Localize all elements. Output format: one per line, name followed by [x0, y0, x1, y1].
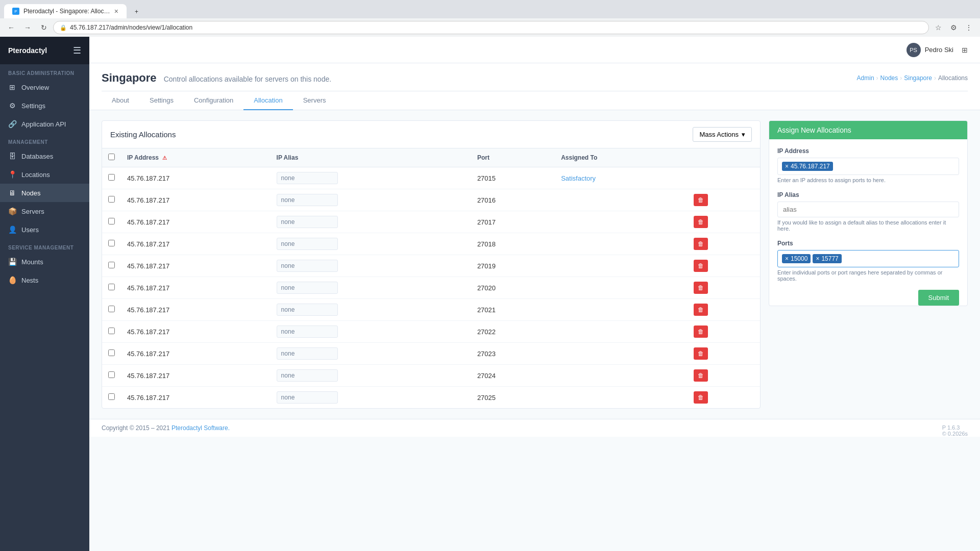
sidebar-menu-btn[interactable]: ☰: [73, 45, 81, 56]
delete-btn-7[interactable]: 🗑: [694, 325, 708, 338]
allocations-table: IP Address ⚠ IP Alias Port Assigned To: [102, 148, 760, 408]
footer-link[interactable]: Pterodactyl Software.: [172, 424, 230, 432]
row-alias-input-5[interactable]: [277, 282, 338, 294]
assign-panel-title: Assign New Allocations: [777, 126, 851, 134]
row-checkbox-cell: [102, 299, 121, 321]
sidebar-item-servers[interactable]: 📦 Servers: [0, 202, 89, 220]
port-tag-remove-15000[interactable]: ×: [785, 255, 789, 262]
port-tag-value-15000: 15000: [791, 255, 807, 262]
row-assigned: [555, 299, 688, 321]
bookmarks-btn[interactable]: ☆: [931, 20, 945, 35]
tab-title: Pterodactyl - Singapore: Allocati...: [23, 8, 110, 15]
row-checkbox-1[interactable]: [108, 196, 115, 203]
breadcrumb-admin[interactable]: Admin: [857, 74, 874, 82]
address-bar[interactable]: 🔒 45.76.187.217/admin/nodes/view/1/alloc…: [53, 21, 929, 34]
row-alias-input-1[interactable]: [277, 194, 338, 206]
delete-btn-2[interactable]: 🗑: [694, 216, 708, 228]
reload-btn[interactable]: ↻: [37, 20, 51, 35]
row-checkbox-7[interactable]: [108, 328, 115, 334]
row-alias-input-10[interactable]: [277, 391, 338, 404]
mass-actions-btn[interactable]: Mass Actions ▾: [693, 127, 752, 142]
tab-close-btn[interactable]: ×: [114, 7, 118, 15]
row-checkbox-10[interactable]: [108, 393, 115, 400]
new-tab-btn[interactable]: +: [127, 5, 146, 18]
delete-btn-3[interactable]: 🗑: [694, 238, 708, 250]
ip-address-tag-field[interactable]: × 45.76.187.217: [777, 158, 959, 175]
delete-btn-8[interactable]: 🗑: [694, 347, 708, 360]
row-delete-cell: 🗑: [688, 321, 760, 343]
row-alias-cell: [271, 189, 471, 211]
row-alias-input-7[interactable]: [277, 325, 338, 338]
row-alias-input-8[interactable]: [277, 347, 338, 360]
extensions-btn[interactable]: ⚙: [946, 20, 961, 35]
sidebar-item-label: Users: [21, 226, 39, 234]
back-btn[interactable]: ←: [4, 20, 18, 35]
sidebar-item-users[interactable]: 👤 Users: [0, 220, 89, 239]
row-ip: 45.76.187.217: [121, 387, 271, 409]
port-input[interactable]: [844, 255, 954, 263]
ports-tag-field[interactable]: × 15000 × 15777: [777, 250, 959, 267]
delete-btn-1[interactable]: 🗑: [694, 194, 708, 206]
row-checkbox-5[interactable]: [108, 284, 115, 290]
row-alias-input-6[interactable]: [277, 304, 338, 316]
row-checkbox-3[interactable]: [108, 240, 115, 246]
sidebar-item-locations[interactable]: 📍 Locations: [0, 165, 89, 184]
row-checkbox-cell: [102, 321, 121, 343]
delete-btn-10[interactable]: 🗑: [694, 391, 708, 404]
row-alias-input-4[interactable]: [277, 260, 338, 272]
row-checkbox-cell: [102, 189, 121, 211]
row-checkbox-8[interactable]: [108, 349, 115, 356]
sidebar-item-mounts[interactable]: 💾 Mounts: [0, 253, 89, 271]
tab-settings[interactable]: Settings: [139, 91, 184, 110]
sidebar-item-databases[interactable]: 🗄 Databases: [0, 147, 89, 165]
row-alias-cell: [271, 343, 471, 365]
active-tab[interactable]: P Pterodactyl - Singapore: Allocati... ×: [4, 4, 127, 18]
row-checkbox-6[interactable]: [108, 306, 115, 312]
main-content: Singapore Control allocations available …: [89, 63, 980, 551]
row-alias-input-2[interactable]: [277, 216, 338, 228]
row-assigned: [555, 233, 688, 255]
tab-about[interactable]: About: [102, 91, 139, 110]
port-tag-remove-15777[interactable]: ×: [816, 255, 819, 262]
sidebar-item-overview[interactable]: ⊞ Overview: [0, 78, 89, 96]
breadcrumb-nodes[interactable]: Nodes: [880, 74, 898, 82]
forward-btn[interactable]: →: [20, 20, 35, 35]
assigned-link-0[interactable]: Satisfactory: [561, 174, 596, 182]
row-checkbox-cell: [102, 343, 121, 365]
sidebar-item-label: Databases: [21, 153, 53, 160]
row-ip: 45.76.187.217: [121, 365, 271, 387]
row-checkbox-4[interactable]: [108, 262, 115, 268]
tab-servers[interactable]: Servers: [293, 91, 336, 110]
sidebar-item-label: Nodes: [21, 189, 41, 197]
delete-btn-9[interactable]: 🗑: [694, 369, 708, 382]
select-all-checkbox[interactable]: [108, 154, 115, 160]
sidebar-item-label: Overview: [21, 84, 49, 91]
tab-configuration[interactable]: Configuration: [184, 91, 243, 110]
breadcrumb-sep1: ›: [876, 74, 878, 82]
row-checkbox-9[interactable]: [108, 371, 115, 378]
ip-address-tag-remove[interactable]: ×: [785, 163, 789, 170]
row-alias-input-0[interactable]: [277, 172, 338, 184]
sidebar-item-nests[interactable]: 🥚 Nests: [0, 271, 89, 289]
row-alias-input-3[interactable]: [277, 238, 338, 250]
sidebar-item-label: Nests: [21, 277, 38, 284]
delete-btn-5[interactable]: 🗑: [694, 282, 708, 294]
submit-btn[interactable]: Submit: [918, 290, 959, 306]
ip-alias-input[interactable]: [777, 202, 959, 217]
page-subtitle: Control allocations available for server…: [164, 75, 331, 83]
menu-btn[interactable]: ⋮: [962, 20, 976, 35]
grid-btn[interactable]: ⊞: [958, 43, 972, 57]
delete-btn-6[interactable]: 🗑: [694, 304, 708, 316]
sidebar-item-nodes[interactable]: 🖥 Nodes: [0, 184, 89, 202]
header-assigned-to: Assigned To: [555, 148, 688, 167]
sidebar-item-application-api[interactable]: 🔗 Application API: [0, 115, 89, 133]
row-port: 27018: [471, 233, 555, 255]
ports-label: Ports: [777, 240, 959, 247]
row-alias-input-9[interactable]: [277, 369, 338, 382]
tab-allocation[interactable]: Allocation: [243, 91, 292, 110]
delete-btn-4[interactable]: 🗑: [694, 260, 708, 272]
row-checkbox-2[interactable]: [108, 218, 115, 224]
row-checkbox-0[interactable]: [108, 174, 115, 181]
breadcrumb-singapore[interactable]: Singapore: [904, 74, 932, 82]
sidebar-item-settings[interactable]: ⚙ Settings: [0, 96, 89, 115]
